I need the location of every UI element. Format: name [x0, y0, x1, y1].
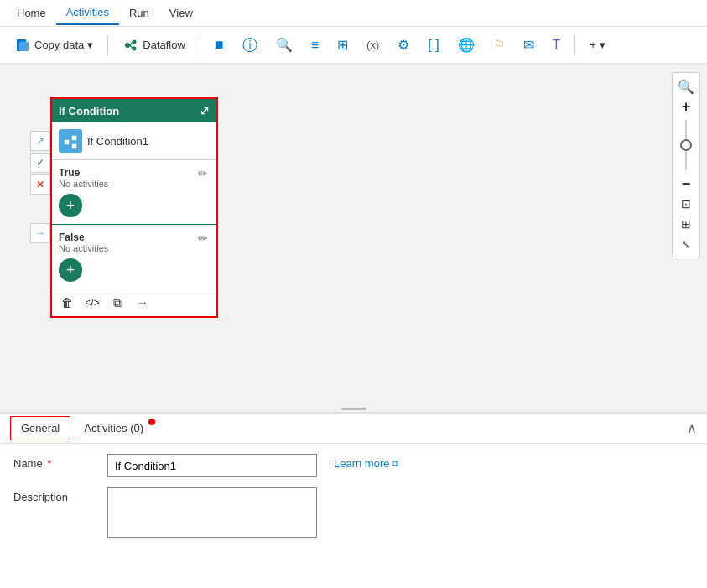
add-more-button[interactable]: + ▾ — [582, 34, 612, 55]
false-label: False — [59, 232, 210, 243]
copy-data-label: Copy data — [34, 39, 84, 51]
icon-btn-11[interactable]: ✉ — [516, 33, 542, 57]
if-condition-name: If Condition1 — [87, 135, 148, 148]
add-true-activity-button[interactable]: + — [59, 194, 82, 217]
copy-data-button[interactable]: Copy data ▾ — [7, 33, 101, 58]
toolbar-separator-2 — [200, 35, 200, 55]
learn-more-link[interactable]: Learn more ⧉ — [334, 454, 398, 470]
table-icon: ⊞ — [337, 37, 348, 53]
description-row: Description — [13, 487, 694, 538]
dataflow-icon — [122, 37, 139, 54]
if-condition-type-icon — [59, 129, 82, 153]
zoom-slider-track — [685, 120, 687, 170]
zoom-search-button[interactable]: 🔍 — [676, 76, 696, 96]
toolbar-separator-1 — [107, 35, 108, 55]
properties-content: Name * Learn more ⧉ Description — [0, 444, 707, 558]
false-side-actions: → — [30, 223, 50, 243]
icon-btn-9[interactable]: 🌐 — [450, 33, 482, 57]
fit-selection-button[interactable]: ⊞ — [676, 214, 696, 234]
svg-line-5 — [130, 42, 133, 45]
fit-page-button[interactable]: ⊡ — [676, 194, 696, 214]
zoom-in-button[interactable]: + — [676, 96, 696, 117]
icon-btn-4[interactable]: ≡ — [304, 34, 326, 57]
learn-more-label: Learn more — [334, 457, 389, 470]
zoom-out-button[interactable]: − — [676, 174, 696, 194]
globe-icon: 🌐 — [458, 37, 475, 53]
tab-general[interactable]: General — [10, 416, 70, 440]
toolbar: Copy data ▾ Dataflow ■ ⓘ 🔍 ≡ ⊞ (x) ⚙ [ ]… — [0, 27, 707, 64]
icon-btn-1[interactable]: ■ — [207, 32, 231, 58]
name-row: Name * Learn more ⧉ — [13, 454, 694, 477]
svg-rect-7 — [64, 139, 70, 145]
branch-edit-true-icon[interactable]: ✏ — [198, 167, 208, 180]
dataflow-button[interactable]: Dataflow — [115, 33, 193, 58]
name-input[interactable] — [107, 454, 317, 477]
teams-icon: T — [553, 38, 561, 53]
zoom-slider-thumb[interactable] — [680, 139, 692, 151]
external-link-icon: ⧉ — [392, 458, 398, 469]
envelope-icon: ✉ — [523, 37, 534, 53]
description-input[interactable] — [107, 487, 317, 538]
arrow-right-icon[interactable]: → — [134, 294, 151, 311]
blue-square-icon: ■ — [215, 36, 224, 54]
icon-btn-3[interactable]: 🔍 — [268, 33, 300, 57]
menu-run[interactable]: Run — [119, 2, 159, 24]
true-check-icon[interactable]: ✓ — [30, 153, 50, 173]
branch-edit-false-icon[interactable]: ✏ — [198, 232, 208, 245]
collapse-button[interactable]: ⤡ — [676, 234, 696, 254]
icon-btn-8[interactable]: [ ] — [420, 34, 446, 57]
icon-btn-2[interactable]: ⓘ — [235, 31, 265, 60]
general-tab-label: General — [21, 422, 60, 434]
menu-home[interactable]: Home — [7, 2, 56, 24]
flag-icon: ⚐ — [493, 37, 505, 53]
delete-icon[interactable]: 🗑 — [59, 294, 75, 311]
svg-rect-1 — [19, 42, 29, 51]
search-icon: 🔍 — [276, 37, 293, 53]
properties-tabs: General Activities (0) ∧ — [0, 414, 707, 444]
svg-point-4 — [133, 46, 137, 50]
properties-panel: General Activities (0) ∧ Name * Learn mo… — [0, 412, 707, 588]
activities-badge — [148, 419, 155, 425]
menu-activities[interactable]: Activities — [56, 1, 119, 25]
true-branch: ✏ True No activities + — [52, 159, 216, 224]
expand-icon[interactable]: ⤢ — [200, 104, 210, 117]
copy-data-icon — [14, 37, 31, 54]
list-icon: ≡ — [311, 38, 319, 53]
tab-activities[interactable]: Activities (0) — [74, 417, 153, 440]
copy-data-chevron-icon: ▾ — [87, 39, 93, 51]
true-sublabel: No activities — [59, 179, 210, 189]
main-layout: If Condition ⤢ — [0, 64, 707, 588]
true-label: True — [59, 167, 210, 179]
name-label-text: Name — [13, 457, 43, 470]
false-branch: ✏ False No activities + — [52, 224, 216, 289]
false-sublabel: No activities — [59, 243, 210, 253]
collapse-panel-button[interactable]: ∧ — [687, 420, 697, 436]
icon-btn-7[interactable]: ⚙ — [390, 33, 417, 57]
header-icons: ⤢ — [200, 104, 210, 117]
icon-btn-12[interactable]: T — [545, 34, 569, 57]
plus-label: + ▾ — [590, 39, 605, 51]
activities-tab-label: Activities (0) — [84, 422, 143, 434]
add-false-activity-button[interactable]: + — [59, 258, 82, 282]
variable-icon: (x) — [366, 39, 379, 51]
description-label-text: Description — [13, 491, 68, 503]
true-side-actions: ↗ ✓ ✕ — [30, 131, 50, 195]
svg-point-2 — [125, 43, 130, 48]
code-icon[interactable]: </> — [84, 294, 101, 311]
copy-icon[interactable]: ⧉ — [109, 294, 126, 311]
if-condition-footer: 🗑 </> ⧉ → — [52, 289, 216, 316]
false-arrow-icon[interactable]: → — [30, 223, 50, 243]
icon-btn-10[interactable]: ⚐ — [486, 33, 512, 57]
if-title-row: If Condition1 — [52, 122, 216, 159]
true-close-icon[interactable]: ✕ — [30, 174, 50, 195]
menu-view[interactable]: View — [159, 2, 203, 24]
icon-btn-6[interactable]: (x) — [359, 34, 387, 55]
svg-point-3 — [133, 39, 137, 44]
icon-btn-5[interactable]: ⊞ — [330, 33, 356, 57]
description-label: Description — [13, 487, 97, 503]
resize-handle[interactable] — [337, 405, 371, 412]
if-condition-box: If Condition ⤢ — [50, 97, 218, 318]
zoom-controls: 🔍 + − ⊡ ⊞ ⤡ — [672, 72, 700, 258]
true-redirect-icon[interactable]: ↗ — [30, 131, 50, 151]
resize-indicator — [341, 408, 366, 410]
